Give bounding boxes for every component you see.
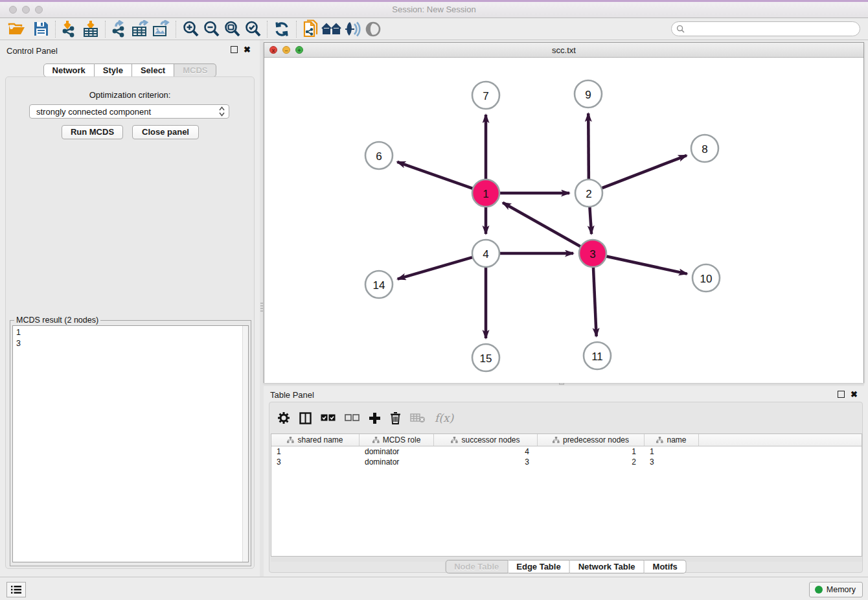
- close-table-panel-icon[interactable]: ✖: [851, 389, 858, 399]
- search-box[interactable]: [671, 21, 860, 36]
- main-toolbar: [0, 18, 868, 40]
- tab-node-table[interactable]: Node Table: [445, 560, 508, 573]
- column-sort-icon: [372, 437, 380, 443]
- tab-motifs[interactable]: Motifs: [645, 560, 687, 573]
- tab-mcds[interactable]: MCDS: [174, 63, 216, 77]
- delete-table-icon[interactable]: [410, 408, 426, 428]
- node-label-9: 9: [585, 89, 591, 101]
- titlebar-accent-strip: [0, 0, 868, 2]
- vizmap-icon[interactable]: [342, 19, 363, 39]
- deselect-all-icon[interactable]: [345, 408, 360, 428]
- apply-layout-icon[interactable]: [271, 19, 292, 39]
- table-row[interactable]: 3dominator323: [271, 457, 862, 467]
- toolbar-separator: [267, 21, 268, 38]
- edge-2-8[interactable]: [601, 156, 687, 189]
- export-image-icon[interactable]: [151, 19, 172, 39]
- function-builder-icon[interactable]: f(x): [435, 408, 453, 428]
- node-label-14: 14: [373, 279, 385, 292]
- task-history-button[interactable]: [6, 582, 26, 597]
- zoom-selected-icon[interactable]: [242, 19, 263, 39]
- node-label-3: 3: [589, 248, 595, 260]
- add-icon[interactable]: [369, 408, 381, 428]
- tab-select[interactable]: Select: [132, 63, 174, 77]
- column-header-predecessor-nodes[interactable]: predecessor nodes: [538, 434, 645, 446]
- column-header-successor-nodes[interactable]: successor nodes: [434, 434, 538, 446]
- export-table-icon[interactable]: [130, 19, 151, 39]
- edge-2-3[interactable]: [589, 206, 591, 234]
- column-header-name[interactable]: name: [645, 434, 699, 446]
- mcds-panel: Optimization criterion: strongly connect…: [5, 76, 255, 569]
- cell-MCDS-role[interactable]: dominator: [360, 457, 434, 467]
- zoom-fit-icon[interactable]: [222, 19, 242, 39]
- toolbar-separator: [105, 21, 106, 38]
- status-bar: Memory: [0, 577, 868, 600]
- tab-network[interactable]: Network: [43, 63, 95, 77]
- import-table-icon[interactable]: [80, 19, 101, 39]
- search-input[interactable]: [687, 25, 860, 34]
- edge-3-10[interactable]: [606, 256, 687, 273]
- network-window-title: scc.txt: [264, 45, 863, 55]
- cell-name[interactable]: 1: [645, 446, 699, 457]
- edge-1-6[interactable]: [397, 162, 474, 189]
- cell-MCDS-role[interactable]: dominator: [360, 446, 434, 457]
- cell-shared-name[interactable]: 1: [271, 446, 360, 457]
- node-label-1: 1: [483, 188, 488, 200]
- result-scrollbar[interactable]: [242, 326, 248, 562]
- column-sort-icon: [656, 437, 663, 443]
- run-mcds-button[interactable]: Run MCDS: [62, 125, 123, 139]
- edge-4-14[interactable]: [398, 257, 474, 279]
- cell-successor-nodes[interactable]: 3: [434, 457, 538, 467]
- column-header-shared-name[interactable]: shared name: [271, 434, 360, 446]
- criterion-dropdown[interactable]: strongly connected component: [29, 104, 229, 119]
- edge-3-11[interactable]: [593, 266, 597, 336]
- tab-edge-table[interactable]: Edge Table: [508, 560, 569, 573]
- network-from-selection-icon[interactable]: [301, 19, 321, 39]
- list-icon: [11, 585, 21, 594]
- gear-icon[interactable]: [277, 408, 290, 428]
- tab-style[interactable]: Style: [95, 63, 132, 77]
- export-network-icon[interactable]: [109, 19, 130, 39]
- cell-name[interactable]: 3: [645, 457, 699, 467]
- delete-icon[interactable]: [390, 408, 401, 428]
- cell-predecessor-nodes[interactable]: 2: [538, 457, 645, 467]
- table-row[interactable]: 1dominator411: [271, 446, 862, 457]
- close-panel-icon[interactable]: ✖: [244, 45, 251, 54]
- close-panel-button[interactable]: Close panel: [132, 125, 199, 139]
- open-folder-icon[interactable]: [6, 19, 27, 39]
- node-label-6: 6: [376, 150, 382, 163]
- network-window: x – + scc.txt 7968124314101511: [264, 42, 864, 383]
- edge-2-9[interactable]: [588, 113, 589, 180]
- show-hide-icon[interactable]: [363, 19, 383, 39]
- network-window-titlebar: x – + scc.txt: [264, 43, 863, 58]
- toolbar-separator: [296, 21, 297, 38]
- memory-status-icon: [815, 586, 823, 594]
- cell-predecessor-nodes[interactable]: 1: [538, 446, 645, 457]
- network-canvas[interactable]: 7968124314101511: [264, 58, 863, 383]
- cell-successor-nodes[interactable]: 4: [434, 446, 538, 457]
- node-label-11: 11: [591, 351, 603, 363]
- first-neighbors-icon[interactable]: [321, 19, 342, 39]
- memory-button[interactable]: Memory: [809, 582, 863, 597]
- zoom-out-icon[interactable]: [201, 19, 222, 39]
- columns-icon[interactable]: [299, 408, 312, 428]
- tab-network-table[interactable]: Network Table: [570, 560, 645, 573]
- select-all-icon[interactable]: [321, 408, 336, 428]
- float-table-panel-icon[interactable]: [838, 391, 845, 398]
- mcds-result-text[interactable]: 1 3: [12, 325, 249, 562]
- edge-3-1[interactable]: [503, 203, 581, 247]
- save-icon[interactable]: [30, 19, 51, 39]
- import-network-icon[interactable]: [60, 19, 80, 39]
- zoom-in-icon[interactable]: [180, 19, 201, 39]
- table-panel-title: Table Panel: [270, 390, 314, 400]
- search-area: [671, 21, 860, 36]
- float-panel-icon[interactable]: [231, 46, 238, 53]
- control-panel-tabs: NetworkStyleSelectMCDS: [43, 63, 217, 77]
- node-label-15: 15: [480, 352, 492, 365]
- optimization-criterion-label: Optimization criterion:: [6, 90, 254, 100]
- column-header-MCDS-role[interactable]: MCDS role: [360, 434, 434, 446]
- search-icon: [676, 25, 685, 33]
- node-label-8: 8: [702, 143, 707, 156]
- column-sort-icon: [553, 437, 560, 443]
- column-sort-icon: [287, 437, 294, 443]
- cell-shared-name[interactable]: 3: [271, 457, 360, 467]
